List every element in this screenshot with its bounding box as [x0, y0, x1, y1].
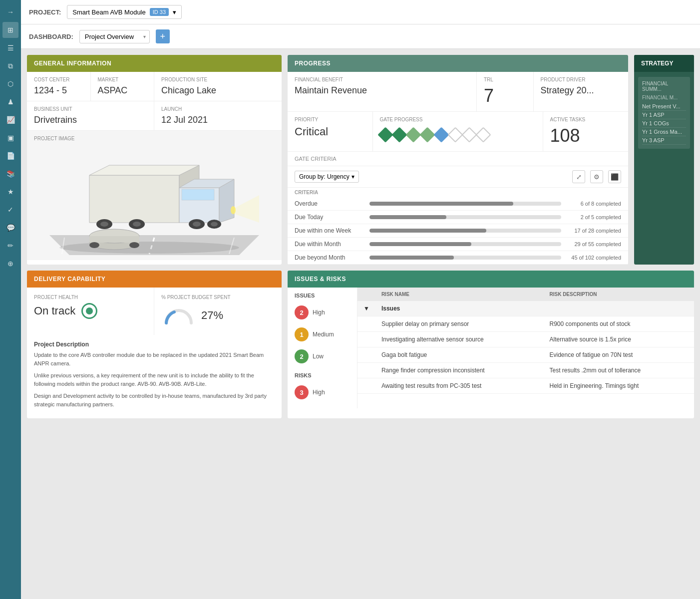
budget-card: % Project Budget Spent 27%	[154, 288, 282, 335]
description-paragraphs: Update to the core AVB controller module…	[34, 351, 275, 408]
description-section: Project Description Update to the core A…	[27, 335, 282, 418]
sidebar-icon-tag[interactable]: ⬡	[2, 76, 18, 92]
chevron-down-icon: ▾	[351, 173, 354, 180]
sidebar-icon-edit[interactable]: ✏	[2, 238, 18, 254]
cost-center-value: 1234 - 5	[34, 85, 83, 96]
active-tasks-card: Active Tasks 108	[543, 112, 629, 151]
project-image-section: Project Image	[27, 131, 282, 260]
top-bar: PROJECT: Smart Beam AVB Module ID 33 ▾	[21, 0, 700, 24]
sidebar-icon-document[interactable]: 📄	[2, 148, 18, 164]
cost-center-label: Cost Center	[34, 77, 83, 82]
table-row: Range finder compression inconsistent Te…	[357, 363, 694, 378]
strategy-section: STRATEGY Financial Summ... FINANCIAL M..…	[634, 55, 694, 265]
issues-risks-header: ISSUES & RISKS	[288, 271, 694, 288]
delivery-section: DELIVERY CAPABILITY Project Health On tr…	[27, 271, 282, 418]
criteria-count: 2 of 5 completed	[566, 214, 621, 220]
diamond-3	[405, 127, 421, 142]
diamond-1	[377, 127, 393, 142]
criteria-name: Overdue	[295, 200, 364, 207]
svg-point-13	[133, 222, 141, 227]
project-health-value: On track	[34, 304, 75, 317]
dashboard-select-wrapper[interactable]: Project Overview ▾	[79, 30, 150, 43]
risk-badge: 3	[295, 385, 309, 399]
group-by-select[interactable]: Group by: Urgency ▾	[295, 171, 359, 183]
svg-point-11	[100, 222, 108, 227]
svg-point-2	[59, 242, 239, 254]
issues-counts-panel: Issues 2 High 1 Medium 2 Low Risks 3 Hig…	[288, 288, 357, 408]
product-driver-label: Product Driver	[541, 77, 621, 82]
progress-bar-fill	[369, 242, 471, 246]
diamond-5	[433, 127, 449, 142]
risk-severity: High	[313, 389, 325, 396]
svg-marker-9	[182, 189, 214, 200]
dashboard-label: DASHBOARD:	[29, 33, 73, 40]
progress-bar-wrap	[369, 215, 561, 219]
risk-group-chevron[interactable]: ▼	[357, 301, 375, 316]
priority-value: Critical	[295, 125, 365, 138]
svg-marker-5	[89, 165, 199, 175]
table-row: Supplier delay on primary sensor R900 co…	[357, 316, 694, 332]
risk-count-item: 3 High	[288, 381, 357, 403]
sidebar-icon-chat[interactable]: 💬	[2, 220, 18, 236]
add-dashboard-button[interactable]: +	[156, 29, 170, 43]
table-row: Gaga bolt fatigue Evidence of fatigue on…	[357, 347, 694, 363]
business-unit-label: Business Unit	[34, 106, 147, 112]
risk-name-cell: Investigating alternative sensor source	[375, 332, 544, 347]
criteria-name: Due beyond Month	[295, 254, 364, 261]
progress-header: PROGRESS	[288, 55, 628, 72]
gate-diamonds	[380, 125, 536, 144]
risk-group-row: ▼ Issues	[357, 301, 694, 316]
risk-group-label: Issues	[375, 301, 694, 316]
diamond-8	[475, 127, 491, 142]
sidebar-icon-monitor[interactable]: ▣	[2, 130, 18, 146]
progress-bar-fill	[369, 202, 513, 206]
progress-section: PROGRESS Financial Benefit Maintain Reve…	[288, 55, 628, 265]
risk-desc-cell: Test results .2mm out of tollerance	[543, 363, 694, 378]
sidebar-icon-book[interactable]: 📚	[2, 166, 18, 182]
criteria-count: 29 of 55 completed	[566, 241, 621, 247]
truck-svg	[49, 145, 259, 255]
project-image-label: Project Image	[34, 136, 275, 141]
sidebar-icon-check[interactable]: ✓	[2, 202, 18, 218]
issue-severity: High	[313, 309, 325, 316]
health-indicator-icon	[81, 303, 97, 319]
bottom-row: DELIVERY CAPABILITY Project Health On tr…	[27, 271, 694, 418]
criteria-header-label: CRITERIA	[295, 190, 318, 195]
sidebar-icon-chart[interactable]: 📈	[2, 112, 18, 128]
budget-row: 27%	[161, 303, 275, 328]
sidebar-icon-layers[interactable]: ⧉	[2, 58, 18, 74]
progress-bar-fill	[369, 215, 446, 219]
settings-icon[interactable]: ⚙	[590, 170, 603, 183]
sidebar-icon-star[interactable]: ★	[2, 184, 18, 200]
health-dot	[86, 307, 93, 314]
sidebar-icon-arrow[interactable]: →	[2, 4, 18, 20]
general-info-row1: Cost Center 1234 - 5 Market ASPAC Produc…	[27, 72, 282, 101]
health-grid: Project Health On track % Project Budget…	[27, 288, 282, 335]
svg-point-17	[211, 222, 218, 227]
progress-bar-wrap	[369, 229, 561, 233]
criteria-count: 45 of 102 completed	[566, 255, 621, 261]
trl-label: TRL	[484, 77, 526, 82]
filter-icon[interactable]: ⬛	[608, 170, 621, 183]
sidebar-icon-person[interactable]: ♟	[2, 94, 18, 110]
issues-list: 2 High 1 Medium 2 Low	[288, 301, 357, 367]
criteria-controls: Group by: Urgency ▾ ⤢ ⚙ ⬛	[288, 166, 628, 188]
priority-label: Priority	[295, 117, 365, 122]
sidebar-icon-list[interactable]: ☰	[2, 40, 18, 56]
issue-count-item: 1 Medium	[288, 323, 357, 345]
issue-badge: 1	[295, 327, 309, 341]
svg-marker-19	[235, 195, 259, 223]
expand-icon[interactable]: ⤢	[572, 170, 585, 183]
financial-row: Yr 1 COGs	[642, 119, 686, 128]
row-indent	[357, 316, 375, 332]
gate-progress-card: Gate Progress	[373, 112, 543, 151]
description-title: Project Description	[34, 341, 275, 348]
row-indent	[357, 378, 375, 394]
criteria-name: Due Today	[295, 214, 364, 221]
sidebar-icon-grid[interactable]: ⊞	[2, 22, 18, 38]
sidebar-icon-add[interactable]: ⊕	[2, 256, 18, 272]
project-select[interactable]: Smart Beam AVB Module ID 33 ▾	[67, 5, 182, 19]
risk-name-header: RISK NAME	[375, 288, 544, 301]
product-driver-value: Strategy 20...	[541, 85, 621, 96]
dashboard-select[interactable]: Project Overview	[79, 30, 150, 43]
